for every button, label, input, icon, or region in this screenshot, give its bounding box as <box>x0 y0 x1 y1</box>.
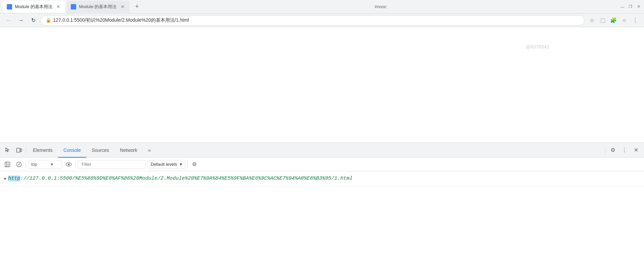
eye-button[interactable] <box>64 160 73 169</box>
devtools-panel: Elements Console Sources Network » ⚙ ⋮ <box>0 142 644 278</box>
tab-network[interactable]: Network <box>114 143 143 158</box>
tab-close-2[interactable]: ✕ <box>120 4 126 10</box>
svg-point-10 <box>68 163 70 165</box>
toolbar-icons: ☆ ⬚ 🧩 ○ ⋮ <box>587 16 640 25</box>
svg-rect-2 <box>5 162 10 167</box>
filter-input[interactable] <box>78 160 146 169</box>
tab-console[interactable]: Console <box>58 143 86 158</box>
tab-favicon-1 <box>7 4 12 9</box>
device-toggle-button[interactable] <box>14 145 24 156</box>
console-divider-3 <box>187 161 188 168</box>
console-toolbar: top ▾ Default levels ▾ ⚙ <box>0 158 644 171</box>
extension-icon: 🧩 <box>610 17 617 23</box>
device-icon <box>16 147 22 153</box>
extension-button[interactable]: 🧩 <box>609 16 618 25</box>
devtools-right-controls: ⚙ ⋮ ✕ <box>604 145 641 156</box>
settings-icon: ⚙ <box>610 147 615 153</box>
tab-title-1: Module 的基本用法 <box>15 4 52 10</box>
devtools-close-button[interactable]: ✕ <box>630 145 641 156</box>
window-controls: — ❐ ✕ <box>620 4 641 9</box>
tab-elements[interactable]: Elements <box>27 143 58 158</box>
close-icon: ✕ <box>634 147 638 153</box>
context-dropdown-icon: ▾ <box>51 162 53 167</box>
svg-rect-1 <box>20 149 22 152</box>
address-text: 127.0.0.1:5500/初识%20Module/2.Module%20的基… <box>53 17 579 23</box>
address-bar[interactable]: 🔒 127.0.0.1:5500/初识%20Module/2.Module%20… <box>41 15 584 25</box>
profile-button[interactable]: ○ <box>620 16 629 25</box>
lock-icon: 🔒 <box>46 18 51 23</box>
new-tab-icon: + <box>135 3 139 10</box>
levels-dropdown-icon: ▾ <box>180 162 182 167</box>
star-icon: ☆ <box>589 17 594 23</box>
new-tab-button[interactable]: + <box>132 2 142 12</box>
browser-titlebar: Module 的基本用法 ✕ Module 的基本用法 ✕ + imooc — … <box>0 0 644 14</box>
reload-icon: ↻ <box>31 17 36 23</box>
eye-icon <box>66 161 72 167</box>
more-options-icon: ⋮ <box>622 147 627 153</box>
tab-title-2: Module 的基本用法 <box>79 4 116 10</box>
console-settings-button[interactable]: ⚙ <box>190 160 199 169</box>
page-body: @8378543 <box>0 27 644 142</box>
tab-more[interactable]: » <box>143 143 156 158</box>
console-entry: ▶ http://127.0.0.1:5500/%E5%88%9D%E8%AF%… <box>0 173 644 186</box>
devtools-tabbar: Elements Console Sources Network » ⚙ ⋮ <box>0 143 644 158</box>
console-url: http://127.0.0.1:5500/%E5%88%9D%E8%AF%86… <box>8 175 352 183</box>
minimize-button[interactable]: — <box>620 4 625 9</box>
forward-icon: → <box>18 17 24 23</box>
menu-button[interactable]: ⋮ <box>630 16 640 25</box>
console-divider-2 <box>76 161 76 168</box>
cast-icon: ⬚ <box>600 17 605 23</box>
levels-label: Default levels <box>151 162 177 167</box>
inspect-element-button[interactable] <box>3 145 14 156</box>
back-icon: ← <box>6 17 12 23</box>
cast-button[interactable]: ⬚ <box>598 16 607 25</box>
levels-selector[interactable]: Default levels ▾ <box>148 160 185 169</box>
url-highlight: http <box>8 176 20 181</box>
devtools-more-options-button[interactable]: ⋮ <box>619 145 630 156</box>
url-rest: ://127.0.0.1:5500/%E5%88%9D%E8%AF%86%20M… <box>20 176 352 181</box>
tab-active[interactable]: Module 的基本用法 ✕ <box>3 1 65 13</box>
svg-line-8 <box>18 163 20 165</box>
page-content: @8378543 Elements Console <box>0 27 644 278</box>
back-button[interactable]: ← <box>4 16 14 25</box>
console-divider-1 <box>26 161 26 168</box>
console-gear-icon: ⚙ <box>192 161 197 167</box>
profile-icon: ○ <box>623 17 626 23</box>
clear-icon <box>16 162 22 167</box>
svg-rect-0 <box>17 148 20 152</box>
expand-button[interactable]: ▶ <box>3 176 8 181</box>
more-tabs-icon: » <box>148 147 151 153</box>
browser-toolbar: ← → ↻ 🔒 127.0.0.1:5500/初识%20Module/2.Mod… <box>0 14 644 27</box>
imooc-label: imooc <box>143 4 619 9</box>
star-button[interactable]: ☆ <box>587 16 597 25</box>
cursor-icon <box>5 147 11 153</box>
close-button[interactable]: ✕ <box>636 4 641 9</box>
tab-favicon-2 <box>71 4 76 9</box>
menu-icon: ⋮ <box>632 17 638 23</box>
expand-icon: ▶ <box>4 176 7 181</box>
reload-button[interactable]: ↻ <box>28 16 38 25</box>
clear-console-button[interactable] <box>14 160 24 169</box>
tab-sources[interactable]: Sources <box>86 143 114 158</box>
console-sidebar-button[interactable] <box>3 160 12 169</box>
devtools-settings-button[interactable]: ⚙ <box>607 145 618 156</box>
maximize-button[interactable]: ❐ <box>628 4 633 9</box>
devtools-divider-1 <box>26 146 26 154</box>
sidebar-icon <box>5 162 10 167</box>
devtools-divider-2 <box>605 146 605 154</box>
watermark: @8378543 <box>526 44 549 49</box>
forward-button[interactable]: → <box>16 16 26 25</box>
console-content: ▶ http://127.0.0.1:5500/%E5%88%9D%E8%AF%… <box>0 171 644 278</box>
tab-inactive[interactable]: Module 的基本用法 ✕ <box>67 1 129 13</box>
context-value: top <box>31 162 37 167</box>
tab-close-1[interactable]: ✕ <box>55 4 61 10</box>
context-selector[interactable]: top ▾ <box>28 160 62 169</box>
